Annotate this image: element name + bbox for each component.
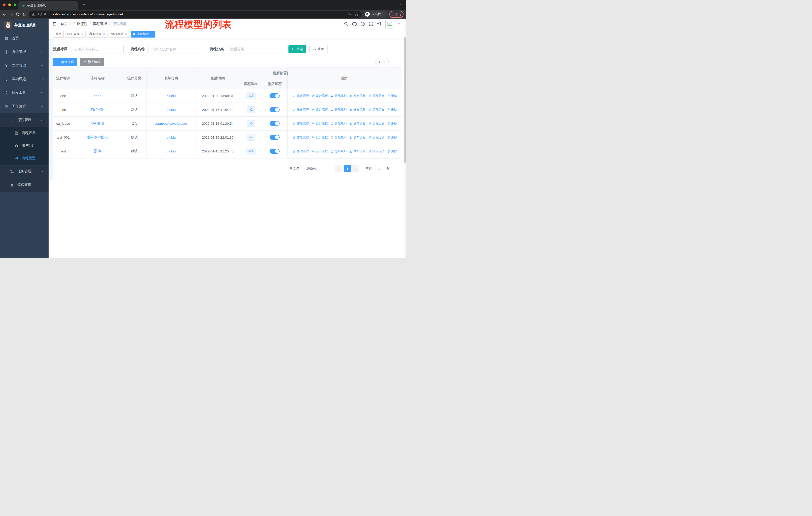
sidebar-item-payment[interactable]: 支付管理 [0, 59, 49, 72]
zoom-window-button[interactable] [13, 3, 16, 6]
bookmark-star-icon[interactable] [355, 12, 358, 16]
show-search-toggle-button[interactable] [375, 58, 382, 65]
sidebar-collapse-icon[interactable] [52, 22, 57, 26]
not-secure-warning-icon[interactable] [32, 12, 35, 16]
assign-rule-link[interactable]: 分配规则 [330, 135, 347, 140]
process-definition-link[interactable]: 流程定义 [368, 121, 384, 126]
sidebar-item-task-management[interactable]: 任务管理 [0, 165, 49, 178]
process-name-link[interactable]: eeee [94, 94, 101, 98]
sidebar-item-process-management[interactable]: 流程管理 [0, 113, 49, 127]
assign-rule-link[interactable]: 分配规则 [330, 108, 347, 112]
search-icon[interactable] [344, 22, 348, 26]
prev-page-button[interactable] [335, 165, 342, 172]
publish-process-link[interactable]: 发布流程 [349, 108, 366, 112]
process-definition-link[interactable]: 流程定义 [368, 94, 384, 98]
sidebar-item-user-group[interactable]: 用户分组 [0, 139, 49, 152]
reload-icon[interactable] [16, 12, 20, 17]
close-window-button[interactable] [3, 3, 5, 6]
search-button[interactable]: 搜索 [288, 45, 306, 53]
modify-process-link[interactable]: 修改流程 [293, 135, 309, 140]
sidebar-item-infrastructure[interactable]: 基础设施 [0, 72, 49, 86]
tag-my-process[interactable]: 我的流程 [87, 31, 108, 37]
form-info-link[interactable]: /bpm/oa/leave/create [155, 122, 187, 126]
process-definition-link[interactable]: 流程定义 [368, 135, 384, 140]
active-toggle[interactable] [269, 93, 280, 98]
next-page-button[interactable] [352, 165, 359, 172]
breadcrumb-workflow[interactable]: 工作流程 [73, 22, 87, 26]
new-tab-icon[interactable] [82, 3, 86, 6]
github-icon[interactable] [352, 22, 357, 26]
publish-process-link[interactable]: 发布流程 [349, 94, 366, 98]
password-key-icon[interactable] [347, 12, 351, 16]
process-key-input[interactable] [71, 45, 123, 53]
sidebar-item-dev-tools[interactable]: 研发工具 [0, 86, 49, 100]
browser-tab[interactable]: 芋道管理系统 [18, 1, 78, 9]
page-scrollbar[interactable] [403, 19, 406, 258]
tag-process-form[interactable]: 流程表单 [109, 31, 129, 37]
process-name-input[interactable] [148, 45, 204, 53]
current-page-button[interactable]: 1 [344, 165, 351, 172]
font-size-icon[interactable] [377, 22, 382, 26]
process-name-link[interactable]: 测试多审批人 [87, 135, 108, 140]
import-process-button[interactable]: 导入流程 [80, 58, 104, 66]
process-definition-link[interactable]: 流程定义 [368, 149, 384, 154]
design-process-link[interactable]: 设计流程 [312, 121, 328, 126]
home-icon[interactable] [22, 12, 26, 17]
tag-tenant-management[interactable]: 租户管理 [65, 31, 86, 37]
create-process-button[interactable]: 新建流程 [53, 58, 77, 66]
tag-home[interactable]: 首页 [53, 31, 64, 37]
modify-process-link[interactable]: 修改流程 [293, 149, 309, 154]
minimize-window-button[interactable] [8, 3, 11, 6]
process-definition-link[interactable]: 流程定义 [368, 108, 384, 112]
process-name-link[interactable]: OA 请假 [91, 121, 104, 126]
delete-link[interactable]: 删除 [387, 108, 397, 112]
active-toggle[interactable] [269, 148, 280, 154]
assign-rule-link[interactable]: 分配规则 [330, 121, 347, 126]
help-icon[interactable] [360, 22, 365, 26]
avatar[interactable] [385, 20, 394, 28]
sidebar-item-home[interactable]: 首页 [0, 31, 49, 45]
modify-process-link[interactable]: 修改流程 [293, 121, 309, 126]
assign-rule-link[interactable]: 分配规则 [330, 94, 347, 98]
close-icon[interactable] [103, 33, 105, 35]
design-process-link[interactable]: 设计流程 [312, 149, 328, 154]
sidebar-item-workflow[interactable]: 工作流程 [0, 100, 49, 113]
refresh-table-button[interactable] [384, 58, 392, 65]
assign-rule-link[interactable]: 分配规则 [330, 149, 347, 154]
process-name-link[interactable]: 滔博 [94, 149, 101, 154]
form-info-link[interactable]: biubiu [167, 94, 176, 98]
sidebar-item-process-model[interactable]: 流程模型 [0, 152, 49, 165]
process-category-select[interactable]: 流程分类 [227, 45, 284, 53]
page-size-select[interactable]: 10条/页 [303, 165, 328, 172]
breadcrumb-process-management[interactable]: 流程管理 [93, 22, 107, 26]
publish-process-link[interactable]: 发布流程 [349, 149, 366, 154]
address-bar[interactable]: 不安全 dashboard.yudao.iocoder.cn/bpm/manag… [29, 10, 361, 18]
sidebar-item-leave-query[interactable]: 请假查询 [0, 178, 49, 192]
form-info-link[interactable]: biubiu [167, 136, 176, 139]
fullscreen-icon[interactable] [369, 22, 373, 26]
active-toggle[interactable] [269, 107, 280, 112]
modify-process-link[interactable]: 修改流程 [293, 108, 309, 112]
delete-link[interactable]: 删除 [387, 135, 397, 140]
scrollbar-thumb[interactable] [404, 37, 406, 163]
forward-icon[interactable] [9, 12, 13, 17]
design-process-link[interactable]: 设计流程 [312, 94, 328, 98]
design-process-link[interactable]: 设计流程 [312, 108, 328, 112]
active-toggle[interactable] [269, 135, 280, 140]
breadcrumb-home[interactable]: 首页 [61, 22, 68, 26]
publish-process-link[interactable]: 发布流程 [349, 135, 366, 140]
sidebar-item-system[interactable]: 系统管理 [0, 45, 49, 59]
tag-process-model[interactable]: 流程模型 [131, 31, 155, 37]
goto-page-input[interactable] [374, 165, 384, 172]
sidebar-item-process-form[interactable]: 流程表单 [0, 127, 49, 139]
back-icon[interactable] [2, 12, 7, 17]
form-info-link[interactable]: biubiu [167, 108, 176, 112]
process-name-link[interactable]: 自己审批 [91, 107, 105, 112]
design-process-link[interactable]: 设计流程 [312, 135, 328, 140]
publish-process-link[interactable]: 发布流程 [349, 121, 366, 126]
user-menu-caret-icon[interactable] [398, 23, 401, 25]
close-icon[interactable] [81, 33, 83, 35]
modify-process-link[interactable]: 修改流程 [293, 94, 309, 98]
form-info-link[interactable]: biubiu [167, 150, 176, 153]
active-toggle[interactable] [269, 121, 280, 126]
